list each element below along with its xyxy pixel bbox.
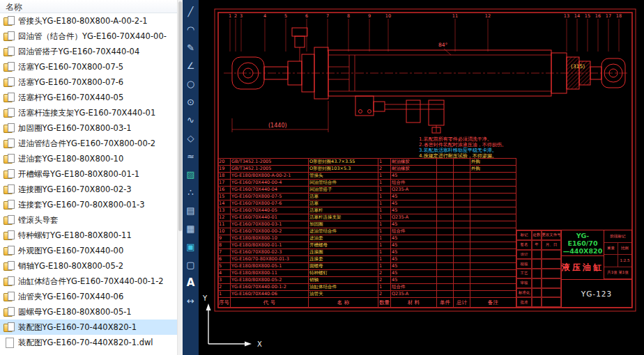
cad-app-window: 名称 管接头YG-E180-80X800-A-00-2-1回油管（结合件）YG-… bbox=[0, 0, 644, 355]
ucs-y-label: Y bbox=[202, 294, 208, 302]
file-list-item[interactable]: 活塞杆YG-E160-70X440-05 bbox=[0, 90, 177, 105]
title-block-cell: 标准化 bbox=[516, 288, 532, 298]
text-tool[interactable]: A bbox=[183, 274, 198, 292]
dim-stroke: (315) bbox=[571, 63, 585, 70]
bom-row: 19GB/T3452.1-2005O形密封圈103×5.32耐油橡胶外购 bbox=[218, 166, 516, 173]
spline-tool[interactable]: ∿ bbox=[183, 111, 198, 129]
file-name-label: 连接圈YG-E160-70X800-02-3 bbox=[18, 184, 132, 195]
polyline-tool[interactable]: ∠ bbox=[183, 56, 198, 74]
pattern-fill-tool[interactable]: ▤ bbox=[183, 201, 198, 219]
cad-document-icon bbox=[3, 77, 15, 87]
title-block-cell bbox=[532, 269, 542, 278]
title-block-stage-cells: 阶段标记 重量 比例 1:2.5 共1张 第1张 bbox=[604, 230, 631, 279]
polygon-tool[interactable]: ◇ bbox=[183, 129, 198, 147]
dimension-tool[interactable]: ↔ bbox=[183, 292, 198, 310]
bom-row: 2YG-E160/70X440-00-1-2油缸体结合件1组合件 bbox=[218, 284, 516, 291]
cad-document-icon bbox=[3, 246, 15, 255]
bom-header-row: 序号代 号名 称数量材 料单件总计备注 bbox=[218, 298, 516, 308]
circle-tool[interactable]: ○ bbox=[183, 74, 198, 93]
bom-row: 14YG-E160/70X800-07-6活塞145 bbox=[218, 200, 516, 207]
balloon-number: 18 bbox=[616, 13, 622, 19]
point-tool[interactable]: ∴ bbox=[183, 183, 198, 201]
balloon-number: 9 bbox=[368, 13, 371, 19]
scale-value: 1:2.5 bbox=[618, 255, 631, 267]
file-list-item[interactable]: 特种螺钉YG-E180-80X800-11 bbox=[0, 228, 177, 243]
file-list-item[interactable]: 活塞YG-E160-70X800-07-5 bbox=[0, 59, 177, 74]
scale-label: 比例 bbox=[618, 243, 631, 255]
cad-document-icon bbox=[3, 307, 15, 317]
region-tool[interactable]: ▢ bbox=[183, 255, 198, 274]
freehand-curve-tool[interactable]: ≈ bbox=[183, 147, 198, 165]
title-block-cell: 校核 bbox=[516, 259, 532, 269]
cad-document-icon bbox=[3, 154, 15, 164]
ellipse-tool[interactable]: ⊙ bbox=[183, 93, 198, 111]
bom-row: 3YG-E180/80X800-05-2销轴245 bbox=[218, 277, 516, 284]
line-tool[interactable]: ╱ bbox=[183, 2, 198, 20]
title-block-cell: 签名 bbox=[516, 240, 532, 250]
file-name-label: 销轴YG-E180-80X800-05-2 bbox=[18, 261, 123, 271]
file-list-item[interactable]: 销轴YG-E180-80X800-05-2 bbox=[0, 258, 177, 274]
file-list-item[interactable]: 回油管（结合件）YG-E160-70X440-00- bbox=[0, 29, 177, 44]
file-list-item[interactable]: 管接头YG-E180-80X800-A-00-2-1 bbox=[0, 13, 177, 29]
scrollbar-thumb[interactable] bbox=[178, 1, 182, 231]
file-list-item[interactable]: 圆螺母YG-E180-80X800-05-1 bbox=[0, 304, 177, 320]
name-column-header[interactable]: 名称 bbox=[0, 0, 177, 13]
cad-document-icon bbox=[3, 184, 15, 194]
bom-row: 10YG-E160/70X800-00-2进油管结合件1组合件 bbox=[218, 228, 516, 235]
company-cell: YG-123 bbox=[562, 280, 631, 307]
file-list-item[interactable]: 装配图YG-E160-70-440X820-1.dwl bbox=[0, 335, 177, 350]
file-name-label: 特种螺钉YG-E180-80X800-11 bbox=[18, 230, 132, 241]
file-list-item[interactable]: 活塞杆连接支架YG-E160-70X440-01 bbox=[0, 105, 177, 120]
file-list-item[interactable]: 进油管结合件YG-E160-70X800-00-2 bbox=[0, 136, 177, 151]
cad-document-icon bbox=[3, 261, 15, 271]
block-tool[interactable]: ▣ bbox=[183, 237, 198, 255]
cad-document-icon bbox=[3, 215, 15, 225]
balloon-number: 15 bbox=[585, 13, 590, 19]
tech-note-line: 1.装配前所有零件必须清洗干净。 bbox=[419, 136, 523, 142]
file-list-item[interactable]: 镗滚头导套 bbox=[0, 212, 177, 228]
bom-row: 17YG-E160/70X440-00-4回油管结合件1组合件 bbox=[218, 180, 516, 187]
bom-row: 9YG-E180/80X800-10进油套145 bbox=[218, 235, 516, 242]
weight-label: 重量 bbox=[604, 243, 618, 255]
title-block-cell bbox=[532, 250, 542, 260]
file-name-label: 装配图YG-E160-70-440X820-1 bbox=[18, 322, 137, 333]
file-name-label: 活塞杆YG-E160-70X440-05 bbox=[18, 93, 123, 103]
pen-tool[interactable]: ✎ bbox=[183, 38, 198, 56]
cylinder-assembly-drawing bbox=[224, 28, 629, 133]
hatch-tool[interactable]: ▨ bbox=[183, 165, 198, 183]
title-block-cell: 批准 bbox=[516, 297, 532, 307]
file-list-item[interactable]: 连接圈YG-E160-70X800-02-3 bbox=[0, 182, 177, 197]
dim-angle: 84° bbox=[438, 42, 448, 48]
title-block-cell: 标记 bbox=[516, 230, 532, 240]
grid-tool[interactable]: ▦ bbox=[183, 219, 198, 237]
title-block-cell: 设计 bbox=[516, 250, 532, 260]
balloon-number: 11 bbox=[452, 13, 458, 19]
balloon-callouts: 123456789101112131415161718 bbox=[229, 13, 622, 52]
file-panel-scrollbar[interactable] bbox=[177, 0, 183, 355]
balloon-number: 12 bbox=[485, 13, 491, 19]
file-list-item[interactable]: 油缸体结合件YG-E160-70X440-00-1-2 bbox=[0, 274, 177, 289]
file-list-item[interactable]: 装配图YG-E160-70-440X820-1 bbox=[0, 320, 177, 335]
file-list-item[interactable]: 加固圈YG-E160-70X800-03-1 bbox=[0, 120, 177, 136]
dim-overall-length: (1440) bbox=[268, 123, 287, 129]
file-list-item[interactable]: 外观图YG-E160-70X440-00 bbox=[0, 243, 177, 258]
file-name-label: 活塞杆连接支架YG-E160-70X440-01 bbox=[18, 108, 155, 118]
arc-tool[interactable]: ◠ bbox=[183, 20, 198, 38]
balloon-number: 5 bbox=[284, 13, 287, 19]
file-list-item[interactable]: 油管夹YG-E160-70X440-06 bbox=[0, 289, 177, 304]
drawing-canvas[interactable]: (1440) (315) 84° 12345678910111213141516… bbox=[199, 0, 644, 355]
file-list: 管接头YG-E180-80X800-A-00-2-1回油管（结合件）YG-E16… bbox=[0, 13, 177, 355]
file-list-item[interactable]: 连接套YG-E160-70-80X800-01-3 bbox=[0, 197, 177, 212]
cad-document-icon bbox=[3, 62, 15, 72]
file-list-item[interactable]: 回油管搭子YG-E160-70X440-04 bbox=[0, 44, 177, 59]
title-block-cell: 审核 bbox=[516, 278, 532, 288]
title-block-revision-grid: 标记处数更改文件号签名年月、日设计校核工艺审核标准化批准 bbox=[516, 230, 562, 307]
balloon-number: 1 bbox=[229, 13, 231, 19]
file-list-item[interactable]: 进油套YG-E180-80X800-10 bbox=[0, 151, 177, 166]
file-list-item[interactable]: 开槽螺母YG-E180-80X800-01-1 bbox=[0, 166, 177, 182]
title-block-cell: 月、日 bbox=[542, 240, 561, 250]
file-list-item[interactable]: 活塞YG-E160-70X800-07-6 bbox=[0, 74, 177, 90]
bom-row: 15YG-E160/70X800-07-5活塞145 bbox=[218, 194, 516, 200]
balloon-number: 2 bbox=[234, 13, 237, 19]
file-name-label: 外观图YG-E160-70X440-00 bbox=[18, 246, 123, 256]
